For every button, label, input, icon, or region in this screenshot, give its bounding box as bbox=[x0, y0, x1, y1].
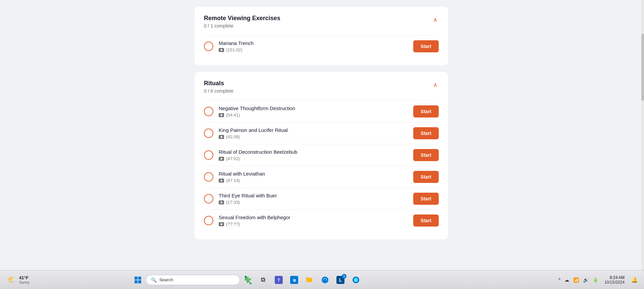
diablo-taskbar-icon[interactable]: 🦎 bbox=[240, 273, 255, 287]
notification-badge: 1 bbox=[342, 274, 346, 279]
exercise-item-1-5: Sexual Freedom with Belphegor(??:??)Star… bbox=[204, 209, 439, 231]
taskbar-center: 🔍 Search 🦎 ⧉ T ⊞ bbox=[130, 273, 363, 287]
chevron-button-remote-viewing[interactable]: ∧ bbox=[432, 15, 439, 25]
svg-text:T: T bbox=[277, 278, 280, 283]
weather-text: 41°F Sunny bbox=[19, 275, 30, 284]
exercise-info-1-2: Ritual of Deconstruction Beelzebub(47:02… bbox=[219, 149, 408, 161]
exercise-info-1-3: Ritual with Leviathan(47:14) bbox=[219, 171, 408, 183]
clock-time: 8:24 AM bbox=[604, 275, 625, 280]
start-button-0-0[interactable]: Start bbox=[413, 40, 439, 52]
start-button-1-2[interactable]: Start bbox=[413, 149, 439, 161]
weather-widget[interactable]: 🌤️ 41°F Sunny bbox=[4, 274, 33, 286]
radio-circle-0-0[interactable] bbox=[204, 42, 213, 51]
clock-date: 10/15/2024 bbox=[604, 280, 625, 285]
exercise-meta-1-1: (42:08) bbox=[219, 134, 408, 139]
scrollbar-track[interactable] bbox=[641, 0, 644, 270]
radio-circle-1-0[interactable] bbox=[204, 107, 213, 116]
start-button-1-0[interactable]: Start bbox=[413, 105, 439, 117]
radio-circle-1-3[interactable] bbox=[204, 172, 213, 182]
exercise-info-1-0: Negative Thoughtform Destruction(54:41) bbox=[219, 105, 408, 117]
search-bar[interactable]: 🔍 Search bbox=[146, 275, 240, 285]
app2-icon bbox=[352, 276, 360, 284]
exercise-title-1-1: King Paimon and Lucifer Ritual bbox=[219, 127, 408, 133]
exercise-item-1-4: Third Eye Ritual with Buer(17:33)Start bbox=[204, 188, 439, 209]
exercise-duration-1-0: (54:41) bbox=[226, 112, 240, 117]
exercise-title-1-0: Negative Thoughtform Destruction bbox=[219, 105, 408, 111]
svg-text:⊞: ⊞ bbox=[292, 278, 296, 282]
video-icon-1-5 bbox=[219, 222, 224, 226]
cloud-sync-icon[interactable]: ☁ bbox=[563, 276, 571, 284]
exercise-title-1-5: Sexual Freedom with Belphegor bbox=[219, 214, 408, 220]
exercise-duration-1-1: (42:08) bbox=[226, 134, 240, 139]
video-icon-1-3 bbox=[219, 179, 224, 183]
edge-icon bbox=[321, 276, 329, 284]
file-explorer-button[interactable] bbox=[302, 273, 317, 287]
section-title-remote-viewing: Remote Viewing Exercises bbox=[204, 15, 280, 22]
app2-button[interactable] bbox=[348, 273, 363, 287]
weather-condition: Sunny bbox=[19, 280, 30, 284]
section-title-block-remote-viewing: Remote Viewing Exercises0 / 1 complete bbox=[204, 15, 280, 34]
task-view-button[interactable]: ⧉ bbox=[256, 273, 271, 287]
edge-browser-button[interactable] bbox=[318, 273, 332, 287]
svg-text:L: L bbox=[339, 277, 342, 283]
taskbar-right: ^ ☁ 📶 🔊 🔋 8:24 AM 10/15/2024 🔔 bbox=[557, 273, 640, 287]
start-button-1-3[interactable]: Start bbox=[413, 171, 439, 183]
start-button-1-5[interactable]: Start bbox=[413, 214, 439, 227]
radio-circle-1-2[interactable] bbox=[204, 150, 213, 160]
notification-center-button[interactable]: 🔔 bbox=[629, 273, 640, 287]
exercise-meta-1-5: (??:??) bbox=[219, 222, 408, 227]
volume-icon[interactable]: 🔊 bbox=[582, 276, 590, 284]
chevron-button-rituals[interactable]: ∧ bbox=[432, 80, 439, 90]
exercise-meta-1-3: (47:14) bbox=[219, 178, 408, 183]
section-title-rituals: Rituals bbox=[204, 80, 233, 87]
section-progress-remote-viewing: 0 / 1 complete bbox=[204, 23, 280, 29]
radio-circle-1-4[interactable] bbox=[204, 194, 213, 203]
section-header-remote-viewing: Remote Viewing Exercises0 / 1 complete∧ bbox=[204, 15, 439, 34]
main-content: Remote Viewing Exercises0 / 1 complete∧M… bbox=[0, 0, 644, 270]
video-icon-1-1 bbox=[219, 135, 224, 139]
exercise-info-0-0: Mariana Trench(151:02) bbox=[219, 40, 408, 52]
radio-circle-1-1[interactable] bbox=[204, 129, 213, 138]
battery-icon[interactable]: 🔋 bbox=[591, 276, 600, 284]
exercise-duration-0-0: (151:02) bbox=[226, 47, 242, 52]
tray-icons: ^ ☁ 📶 🔊 🔋 bbox=[557, 276, 600, 284]
start-button-1-4[interactable]: Start bbox=[413, 193, 439, 205]
exercise-title-1-2: Ritual of Deconstruction Beelzebub bbox=[219, 149, 408, 155]
exercise-info-1-5: Sexual Freedom with Belphegor(??:??) bbox=[219, 214, 408, 227]
exercise-item-0-0: Mariana Trench(151:02)Start bbox=[204, 35, 439, 57]
section-card-rituals: Rituals0 / 6 complete∧Negative Thoughtfo… bbox=[195, 72, 448, 239]
exercise-meta-0-0: (151:02) bbox=[219, 47, 408, 52]
exercise-meta-1-4: (17:33) bbox=[219, 200, 408, 205]
exercise-item-1-2: Ritual of Deconstruction Beelzebub(47:02… bbox=[204, 144, 439, 166]
teams-icon: T bbox=[275, 276, 283, 284]
section-header-rituals: Rituals0 / 6 complete∧ bbox=[204, 80, 439, 99]
search-icon: 🔍 bbox=[151, 277, 157, 283]
scrollbar-thumb[interactable] bbox=[641, 34, 644, 101]
video-icon-1-4 bbox=[219, 200, 224, 204]
radio-circle-1-5[interactable] bbox=[204, 216, 213, 225]
svg-point-8 bbox=[354, 278, 358, 282]
exercise-duration-1-5: (??:??) bbox=[226, 222, 240, 227]
taskbar: 🌤️ 41°F Sunny 🔍 Search 🦎 ⧉ T bbox=[0, 270, 644, 289]
lync-button[interactable]: L 1 bbox=[333, 273, 348, 287]
windows-start-button[interactable] bbox=[130, 273, 145, 287]
exercise-item-1-0: Negative Thoughtform Destruction(54:41)S… bbox=[204, 100, 439, 122]
weather-icon: 🌤️ bbox=[7, 276, 16, 284]
content-wrapper: Remote Viewing Exercises0 / 1 complete∧M… bbox=[195, 7, 449, 263]
exercise-title-0-0: Mariana Trench bbox=[219, 40, 408, 46]
exercise-duration-1-2: (47:02) bbox=[226, 156, 240, 161]
start-button-1-1[interactable]: Start bbox=[413, 127, 439, 139]
exercise-item-1-1: King Paimon and Lucifer Ritual(42:08)Sta… bbox=[204, 122, 439, 144]
tray-expand-icon[interactable]: ^ bbox=[557, 276, 562, 284]
search-input-label[interactable]: Search bbox=[159, 277, 173, 282]
wifi-icon[interactable]: 📶 bbox=[572, 276, 580, 284]
system-clock[interactable]: 8:24 AM 10/15/2024 bbox=[602, 275, 627, 285]
windows-logo bbox=[135, 277, 141, 283]
exercise-info-1-4: Third Eye Ritual with Buer(17:33) bbox=[219, 193, 408, 205]
microsoft-store-button[interactable]: ⊞ bbox=[287, 273, 302, 287]
exercise-meta-1-0: (54:41) bbox=[219, 112, 408, 117]
weather-temp: 41°F bbox=[19, 275, 30, 280]
video-icon-0-0 bbox=[219, 48, 224, 52]
taskbar-left: 🌤️ 41°F Sunny bbox=[4, 274, 33, 286]
teams-icon-button[interactable]: T bbox=[271, 273, 286, 287]
